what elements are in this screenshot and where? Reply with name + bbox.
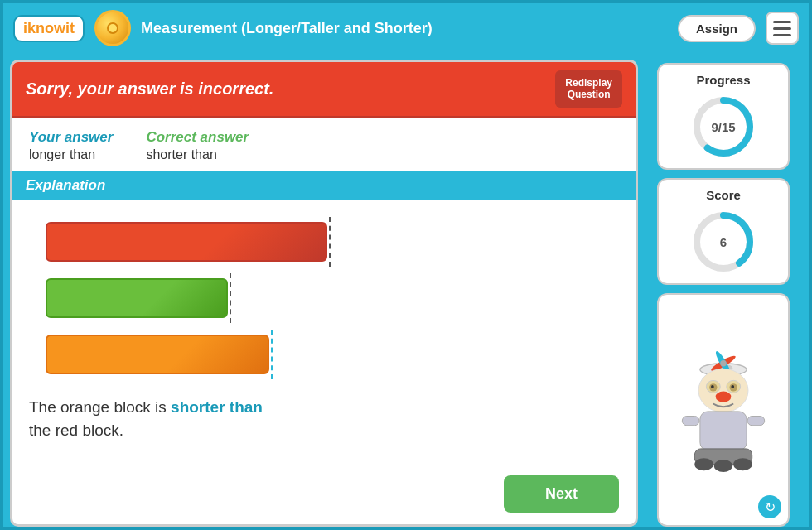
- answer-comparison: Your answer longer than Correct answer s…: [12, 118, 636, 171]
- explanation-highlight: shorter than: [171, 398, 263, 416]
- sidebar: Progress 9/15 Score 6: [645, 60, 802, 527]
- svg-point-22: [714, 460, 733, 472]
- score-label: Score: [667, 188, 780, 202]
- next-button-area: Next: [12, 475, 636, 524]
- logo-text: iknowit: [23, 20, 75, 36]
- svg-point-15: [731, 385, 734, 388]
- incorrect-message: Sorry, your answer is incorrect.: [26, 80, 273, 99]
- page-title: Measurement (Longer/Taller and Shorter): [141, 20, 668, 37]
- red-block-row: [46, 217, 611, 267]
- green-dashed-line: [230, 273, 231, 323]
- coin-icon: [94, 10, 131, 46]
- red-dashed-line: [329, 217, 331, 267]
- svg-point-14: [711, 385, 714, 388]
- header: iknowit Measurement (Longer/Taller and S…: [3, 3, 809, 53]
- hamburger-line: [773, 34, 791, 36]
- explanation-text: The orange block is shorter than the red…: [12, 388, 636, 456]
- svg-rect-17: [700, 412, 747, 450]
- content-panel: Sorry, your answer is incorrect. Redispl…: [10, 60, 638, 527]
- mascot-illustration: [669, 348, 777, 472]
- blocks-visualization: [12, 209, 636, 388]
- incorrect-banner: Sorry, your answer is incorrect. Redispl…: [12, 62, 636, 118]
- score-value: 6: [720, 235, 727, 249]
- next-button[interactable]: Next: [504, 475, 619, 513]
- svg-point-9: [698, 369, 748, 412]
- svg-point-8: [720, 360, 727, 367]
- your-answer-label: Your answer: [29, 129, 113, 146]
- redisplay-button[interactable]: RedisplayQuestion: [555, 70, 622, 108]
- orange-block: [46, 335, 269, 374]
- svg-point-23: [733, 458, 752, 470]
- score-circle: 6: [690, 209, 756, 275]
- red-block: [46, 222, 327, 262]
- main-layout: Sorry, your answer is incorrect. Redispl…: [3, 53, 809, 530]
- correct-answer-label: Correct answer: [146, 129, 249, 146]
- hamburger-line: [773, 27, 791, 30]
- mascot-area: ↻: [657, 293, 790, 527]
- explanation-text-part2: the red block.: [29, 422, 123, 439]
- your-answer-value: longer than: [29, 147, 113, 162]
- hamburger-line: [773, 21, 791, 23]
- svg-point-21: [694, 458, 713, 470]
- explanation-label: Explanation: [26, 177, 105, 193]
- progress-value: 9/15: [711, 120, 735, 134]
- coin-inner: [107, 22, 118, 34]
- progress-card: Progress 9/15: [657, 63, 790, 170]
- assign-button[interactable]: Assign: [678, 15, 756, 42]
- score-card: Score 6: [657, 178, 790, 285]
- explanation-text-part1: The orange block is: [29, 398, 171, 416]
- green-block: [46, 278, 228, 318]
- logo: iknowit: [13, 15, 85, 42]
- correct-answer-value: shorter than: [146, 147, 249, 162]
- progress-label: Progress: [667, 73, 780, 87]
- correct-answer-col: Correct answer shorter than: [146, 129, 249, 162]
- orange-dashed-line: [271, 330, 273, 379]
- your-answer-col: Your answer longer than: [29, 129, 113, 162]
- svg-rect-19: [747, 417, 765, 426]
- svg-point-16: [716, 392, 732, 402]
- green-block-row: [46, 273, 611, 323]
- mascot-arrow-button[interactable]: ↻: [758, 495, 781, 518]
- explanation-header: Explanation: [12, 171, 636, 200]
- progress-circle: 9/15: [690, 94, 756, 160]
- orange-block-row: [46, 330, 611, 379]
- svg-rect-18: [682, 417, 699, 426]
- menu-button[interactable]: [766, 12, 799, 45]
